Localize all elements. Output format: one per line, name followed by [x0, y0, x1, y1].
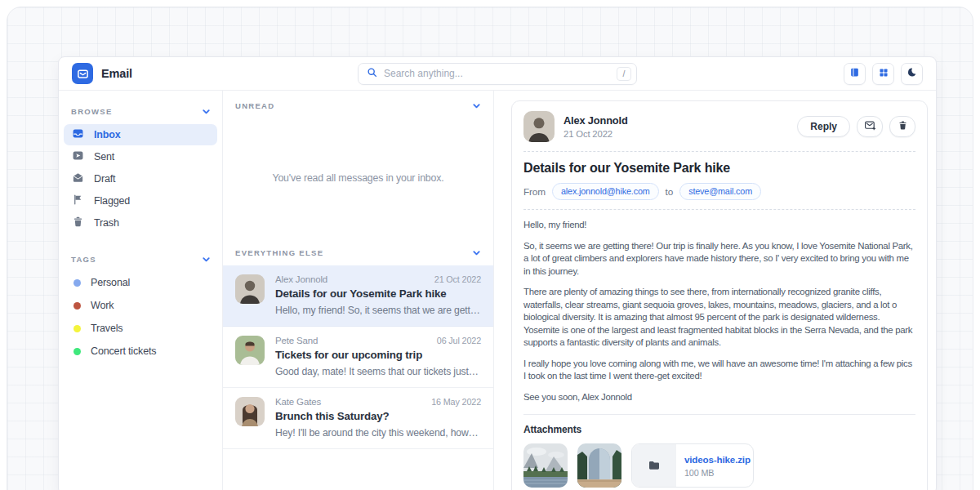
tags-list: Personal Work Travels Concert tickets [64, 272, 217, 362]
mail-preview: Good day, mate! It seems that our ticket… [275, 366, 481, 377]
sidebar-item-label: Draft [94, 173, 115, 185]
sent-icon [72, 149, 84, 165]
mail-sender: Kate Gates [275, 397, 321, 407]
sidebar: BROWSE Inbox [59, 91, 222, 490]
sidebar-item-inbox[interactable]: Inbox [64, 124, 217, 145]
divider [523, 209, 915, 210]
tag-item-personal[interactable]: Personal [64, 272, 217, 293]
mail-list-item[interactable]: Alex Jonnold 21 Oct 2022 Details for our… [223, 265, 493, 327]
detail-header: Alex Jonnold 21 Oct 2022 Reply [523, 111, 915, 142]
sidebar-item-trash[interactable]: Trash [64, 212, 217, 234]
avatar [235, 274, 265, 304]
tag-label: Work [91, 300, 114, 311]
to-label: to [666, 186, 674, 198]
app-title: Email [101, 67, 132, 80]
search-input[interactable] [384, 68, 610, 79]
grid-icon [879, 68, 889, 80]
mail-item-content: Pete Sand 06 Jul 2022 Tickets for our up… [275, 336, 481, 377]
app-header: Email / [59, 57, 936, 91]
trash-icon [898, 120, 908, 133]
notebook-button[interactable] [844, 63, 866, 85]
avatar [235, 397, 265, 426]
mail-item-content: Alex Jonnold 21 Oct 2022 Details for our… [275, 274, 481, 316]
mail-sender: Pete Sand [275, 336, 318, 345]
tag-item-travels[interactable]: Travels [64, 318, 217, 339]
divider [523, 414, 915, 415]
tag-item-concert-tickets[interactable]: Concert tickets [64, 341, 217, 362]
header-actions [637, 63, 923, 85]
main-area: BROWSE Inbox [59, 91, 936, 490]
attachments-label: Attachments [523, 424, 915, 435]
tag-color-dot [74, 279, 81, 287]
delete-button[interactable] [889, 116, 915, 137]
from-label: From [523, 186, 546, 198]
trash-icon [72, 216, 84, 231]
dark-mode-button[interactable] [901, 63, 923, 85]
chevron-down-icon[interactable] [472, 248, 481, 257]
detail-date: 21 Oct 2022 [564, 129, 788, 139]
reply-button[interactable]: Reply [797, 116, 850, 137]
brand: Email [72, 63, 358, 84]
attachment-photo-valley[interactable] [523, 443, 568, 488]
flag-icon [72, 194, 84, 209]
body-paragraph: I really hope you love coming along with… [523, 358, 915, 383]
chevron-down-icon[interactable] [472, 101, 481, 110]
workspace-background: Email / [7, 7, 973, 490]
sidebar-item-draft[interactable]: Draft [64, 168, 217, 189]
mail-detail-pane: Alex Jonnold 21 Oct 2022 Reply [494, 91, 936, 490]
mail-item-content: Kate Gates 16 May 2022 Brunch this Satur… [275, 397, 481, 439]
mail-subject: Brunch this Saturday? [275, 410, 481, 422]
mail-subject: Details for our Yosemite Park hike [275, 287, 481, 300]
unread-empty-message: You've read all messages in your inbox. [223, 118, 493, 238]
tag-color-dot [74, 325, 81, 332]
zip-file-size: 100 MB [684, 468, 753, 478]
tag-color-dot [74, 348, 81, 355]
tag-color-dot [74, 302, 81, 310]
divider [523, 151, 915, 152]
sidebar-item-label: Flagged [94, 195, 130, 207]
chevron-down-icon[interactable] [202, 255, 211, 264]
sidebar-item-label: Inbox [94, 129, 121, 140]
search-bar[interactable]: / [358, 63, 637, 85]
sidebar-item-flagged[interactable]: Flagged [64, 190, 217, 212]
sidebar-item-label: Trash [94, 217, 119, 229]
email-app-window: Email / [58, 56, 937, 490]
body-paragraph: See you soon, Alex Jonnold [523, 391, 915, 404]
mail-date: 16 May 2022 [431, 397, 481, 407]
mail-list-column: UNREAD You've read all messages in your … [222, 91, 494, 490]
mail-list-item[interactable]: Pete Sand 06 Jul 2022 Tickets for our up… [223, 327, 493, 388]
from-to-row: From alex.jonnold@hike.com to steve@mail… [523, 183, 915, 200]
tags-section-header: TAGS [64, 245, 217, 272]
email-logo-icon [72, 63, 93, 84]
inbox-icon [72, 127, 84, 143]
tag-label: Personal [91, 277, 130, 288]
mail-date: 06 Jul 2022 [437, 336, 481, 345]
detail-sender-meta: Alex Jonnold 21 Oct 2022 [564, 114, 788, 139]
attachment-photo-half-dome[interactable] [577, 443, 621, 488]
browse-section-header: BROWSE [64, 97, 217, 124]
sidebar-item-label: Sent [94, 151, 114, 163]
folder-icon [632, 444, 676, 487]
moon-icon [906, 67, 917, 80]
detail-actions: Reply [797, 116, 915, 137]
mail-sender: Alex Jonnold [275, 274, 327, 284]
body-paragraph: Hello, my friend! [523, 219, 915, 232]
everything-else-section-header: EVERYTHING ELSE [223, 238, 493, 265]
from-email-chip[interactable]: alex.jonnold@hike.com [552, 183, 659, 200]
browse-label: BROWSE [71, 107, 113, 116]
chevron-down-icon[interactable] [202, 107, 211, 116]
attachments-row: videos-hike.zip 100 MB [523, 443, 915, 488]
mail-body-text: Hello, my friend! So, it seems we are ge… [523, 219, 915, 403]
attachment-zip-card[interactable]: videos-hike.zip 100 MB [631, 443, 754, 488]
tag-label: Concert tickets [91, 345, 156, 357]
mail-list-item[interactable]: Kate Gates 16 May 2022 Brunch this Satur… [223, 388, 493, 449]
tag-item-work[interactable]: Work [64, 295, 217, 316]
forward-button[interactable] [857, 116, 883, 137]
mail-preview: Hey! I'll be around the city this weeken… [275, 427, 481, 439]
mail-subject: Tickets for our upcoming trip [275, 349, 481, 361]
zip-file-name[interactable]: videos-hike.zip [684, 454, 753, 465]
apps-grid-button[interactable] [872, 63, 894, 85]
sidebar-item-sent[interactable]: Sent [64, 146, 217, 167]
to-email-chip[interactable]: steve@mail.com [679, 183, 761, 200]
mail-preview: Hello, my friend! So, it seems that we a… [275, 305, 481, 316]
